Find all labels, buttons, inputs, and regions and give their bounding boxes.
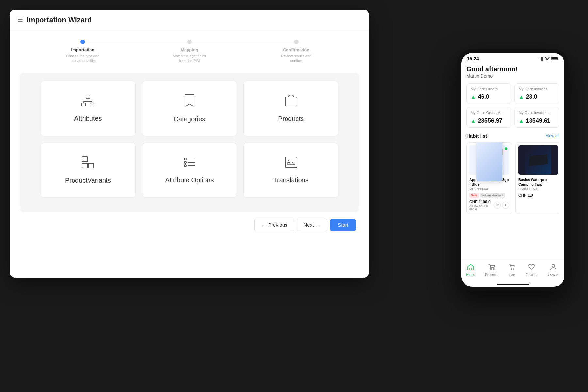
price-section-iphone: CHF 1100.0 As low as CHF 990.0 bbox=[469, 200, 494, 211]
variants-icon bbox=[81, 156, 94, 171]
svg-text:A: A bbox=[287, 159, 290, 165]
habit-title: Habit list bbox=[466, 133, 487, 139]
import-card-translations[interactable]: A x Translations bbox=[243, 143, 338, 198]
import-card-variants[interactable]: ProductVariants bbox=[41, 143, 136, 198]
add-to-cart-button-iphone[interactable]: + bbox=[502, 202, 509, 209]
tarp-image bbox=[525, 145, 551, 175]
price-row-iphone: CHF 1100.0 As low as CHF 990.0 ♡ + bbox=[469, 200, 509, 211]
stat-arrow-orders-amount: ▲ bbox=[471, 118, 476, 124]
wizard-title: Importation Wizard bbox=[27, 16, 92, 24]
import-grid: Attributes Categories bbox=[33, 73, 346, 205]
nav-item-favorite[interactable]: Favorite bbox=[526, 264, 537, 277]
step-dot-confirmation bbox=[294, 40, 299, 44]
products-label: Products bbox=[278, 115, 304, 122]
nav-label-favorite: Favorite bbox=[526, 273, 537, 277]
product-price-tarp: CHF 1.0 bbox=[518, 193, 533, 198]
stat-arrow-invoices: ▲ bbox=[519, 94, 524, 100]
user-name: Martin Demo bbox=[466, 74, 559, 79]
nav-label-home: Home bbox=[466, 273, 475, 277]
svg-point-13 bbox=[184, 161, 186, 163]
step-importation[interactable]: Importation Choose the type and upload d… bbox=[29, 40, 136, 64]
svg-point-21 bbox=[547, 60, 547, 60]
options-label: Attribute Options bbox=[165, 176, 214, 184]
attributes-label: Attributes bbox=[74, 115, 102, 122]
import-card-categories[interactable]: Categories bbox=[142, 81, 237, 136]
badge-sale: Sale bbox=[469, 193, 479, 198]
translations-icon: A x bbox=[285, 156, 298, 171]
price-low-iphone: As low as CHF 990.0 bbox=[469, 204, 494, 211]
product-img-tarp bbox=[518, 145, 558, 175]
import-card-products[interactable]: Products bbox=[243, 81, 338, 136]
start-button[interactable]: Start bbox=[330, 219, 356, 231]
stat-title-open-orders: My Open Orders bbox=[471, 87, 507, 91]
stat-card-open-orders-amount[interactable]: My Open Orders A... ▲ 28556.97 bbox=[466, 107, 511, 128]
product-card-iphone[interactable]: Apple iPhone 14 128gb - Blue MPVN3HX/A S… bbox=[466, 142, 512, 214]
import-grid-area: Attributes Categories bbox=[20, 73, 359, 212]
habit-header: Habit list View all bbox=[466, 133, 559, 139]
stat-card-invoices-amount[interactable]: My Open invoices ... ▲ 13549.61 bbox=[514, 107, 559, 128]
stat-arrow-orders: ▲ bbox=[471, 94, 476, 100]
step-label-confirmation: Confirmation bbox=[283, 47, 309, 52]
phone-screen: 15:24 ·· || bbox=[461, 53, 564, 287]
iphone-side-button bbox=[502, 149, 503, 155]
nav-item-cart[interactable]: Cart bbox=[508, 263, 515, 277]
svg-point-11 bbox=[184, 158, 186, 160]
svg-point-26 bbox=[493, 268, 494, 270]
categories-icon bbox=[184, 94, 195, 109]
import-card-options[interactable]: Attribute Options bbox=[142, 143, 237, 198]
nav-item-home[interactable]: Home bbox=[466, 264, 475, 277]
import-card-attributes[interactable]: Attributes bbox=[41, 81, 136, 136]
product-name-tarp: Basics Waterpro Camping Tarp bbox=[518, 177, 558, 187]
products-icon bbox=[285, 94, 298, 109]
svg-rect-2 bbox=[90, 103, 94, 106]
status-icons: ·· || bbox=[538, 57, 559, 61]
phone-nav: Home Products bbox=[461, 260, 564, 282]
favorite-icon bbox=[528, 264, 535, 272]
svg-rect-10 bbox=[88, 163, 94, 168]
phone-content: Good afternoon! Martin Demo My Open Orde… bbox=[461, 63, 564, 260]
step-dot-importation bbox=[80, 40, 85, 44]
nav-item-products[interactable]: Products bbox=[485, 264, 498, 277]
svg-rect-24 bbox=[552, 57, 557, 59]
products-nav-icon bbox=[488, 264, 495, 272]
stat-value-row-invoices-amount: ▲ 13549.61 bbox=[519, 117, 555, 124]
badge-volume: Volume discount bbox=[480, 193, 505, 198]
step-label-importation: Importation bbox=[71, 47, 95, 52]
svg-point-15 bbox=[184, 165, 186, 167]
step-sublabel-importation: Choose the type and upload data file bbox=[63, 54, 102, 64]
cart-icon bbox=[508, 263, 515, 272]
price-actions-iphone: ♡ + bbox=[494, 202, 509, 209]
next-button[interactable]: Next → bbox=[297, 219, 327, 231]
nav-label-products: Products bbox=[485, 273, 498, 277]
stat-title-invoices: My Open invoices bbox=[519, 87, 555, 91]
step-mapping[interactable]: Mapping Match the right fields from the … bbox=[136, 40, 243, 64]
product-availability-dot bbox=[505, 147, 507, 150]
product-price-iphone: CHF 1100.0 bbox=[469, 200, 494, 204]
wifi-icon bbox=[545, 57, 550, 61]
nav-item-account[interactable]: Account bbox=[547, 263, 559, 277]
greeting-section: Good afternoon! Martin Demo bbox=[466, 65, 559, 79]
favorite-button-iphone[interactable]: ♡ bbox=[494, 202, 501, 209]
stat-title-orders-amount: My Open Orders A... bbox=[471, 111, 507, 115]
status-bar: 15:24 ·· || bbox=[461, 53, 564, 63]
view-all-button[interactable]: View all bbox=[546, 134, 559, 138]
product-card-tarp[interactable]: Basics Waterpro Camping Tarp ITM00001501… bbox=[515, 142, 559, 214]
step-indicator: Importation Choose the type and upload d… bbox=[10, 30, 369, 73]
product-img-iphone bbox=[469, 145, 509, 175]
menu-icon[interactable]: ☰ bbox=[18, 16, 23, 24]
step-dot-mapping bbox=[187, 40, 192, 44]
stat-card-open-invoices[interactable]: My Open invoices ▲ 23.0 bbox=[514, 83, 559, 104]
svg-rect-8 bbox=[82, 157, 88, 162]
stat-value-orders: 46.0 bbox=[478, 93, 489, 100]
pagination-row: ← Previous Next → Start bbox=[10, 212, 369, 238]
stat-card-open-orders[interactable]: My Open Orders ▲ 46.0 bbox=[466, 83, 511, 104]
stat-value-row-orders-amount: ▲ 28556.97 bbox=[471, 117, 507, 124]
svg-text:x: x bbox=[292, 160, 294, 164]
stat-value-row-orders: ▲ 46.0 bbox=[471, 93, 507, 100]
svg-rect-7 bbox=[285, 97, 297, 106]
variants-label: ProductVariants bbox=[65, 177, 111, 184]
step-confirmation[interactable]: Confirmation Review results and confirm bbox=[243, 40, 350, 64]
stat-value-invoices: 23.0 bbox=[526, 93, 537, 100]
previous-button[interactable]: ← Previous bbox=[254, 219, 294, 231]
products-row: Apple iPhone 14 128gb - Blue MPVN3HX/A S… bbox=[466, 142, 559, 214]
